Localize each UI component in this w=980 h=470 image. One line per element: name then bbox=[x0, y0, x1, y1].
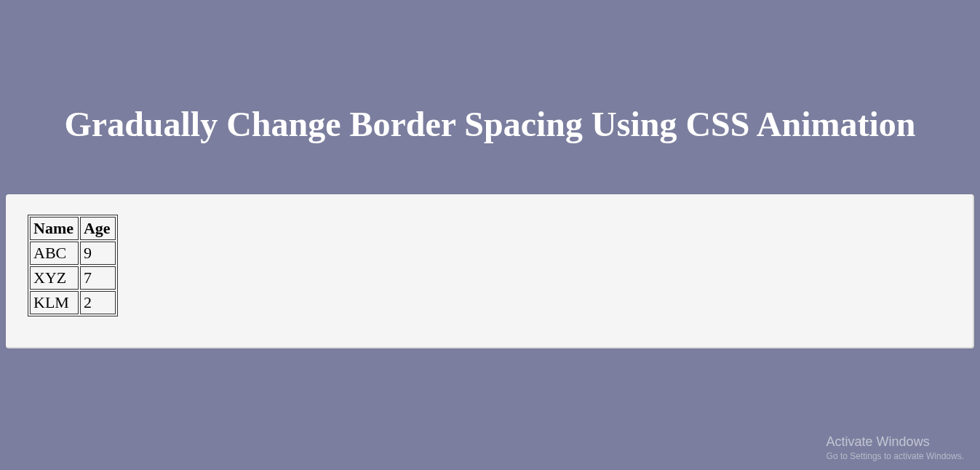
table-row: XYZ 7 bbox=[30, 266, 116, 290]
windows-activation-watermark: Activate Windows Go to Settings to activ… bbox=[826, 434, 964, 461]
table-row: KLM 2 bbox=[30, 291, 116, 314]
demo-table: Name Age ABC 9 XYZ 7 KLM 2 bbox=[28, 215, 118, 316]
watermark-title: Activate Windows bbox=[826, 434, 964, 450]
table-header-age: Age bbox=[80, 217, 116, 240]
table-cell-age: 9 bbox=[80, 242, 116, 265]
table-cell-name: KLM bbox=[30, 291, 79, 314]
table-header-name: Name bbox=[30, 217, 79, 240]
watermark-subtitle: Go to Settings to activate Windows. bbox=[826, 451, 964, 461]
table-cell-age: 2 bbox=[80, 291, 116, 314]
table-header-row: Name Age bbox=[30, 217, 116, 240]
content-panel: Name Age ABC 9 XYZ 7 KLM 2 bbox=[6, 194, 974, 348]
table-row: ABC 9 bbox=[30, 242, 116, 265]
table-cell-age: 7 bbox=[80, 266, 116, 290]
page-title: Gradually Change Border Spacing Using CS… bbox=[0, 0, 980, 176]
table-cell-name: XYZ bbox=[30, 266, 79, 290]
table-cell-name: ABC bbox=[30, 242, 79, 265]
